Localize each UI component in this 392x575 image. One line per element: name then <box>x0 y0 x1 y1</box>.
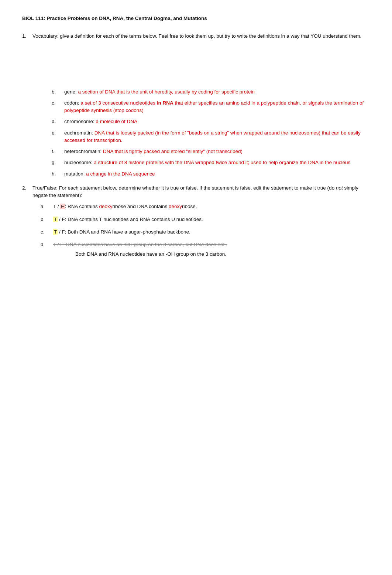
vocab-item-euchromatin: e. euchromatin: DNA that is loosely pack… <box>52 129 370 144</box>
vocab-list: b. gene: a section of DNA that is the un… <box>52 88 370 178</box>
vocab-label-d: d. <box>52 118 62 125</box>
tf-label-b: b. <box>41 216 51 223</box>
vocab-label-c: c. <box>52 99 62 107</box>
vocab-item-mutation: h. mutation: a change in the DNA sequenc… <box>52 170 370 178</box>
vocab-item-chromosome: d. chromosome: a molecule of DNA <box>52 118 370 125</box>
vocab-answer-gene: a section of DNA that is the unit of her… <box>78 89 255 95</box>
vocab-item-heterochromatin: f. heterochromatin: DNA that is tightly … <box>52 148 370 155</box>
tf-d-content: T / F: DNA nucleotides have an -OH group… <box>53 241 227 258</box>
question-1-text: Vocabulary: give a definition for each o… <box>32 33 361 40</box>
vocab-answer-mutation: a change in the DNA sequence <box>86 171 155 177</box>
question-2-text: True/False: For each statement below, de… <box>32 184 370 200</box>
vocab-term-chromosome: chromosome: a molecule of DNA <box>64 118 137 125</box>
tf-a-deoxy1: deoxy <box>99 204 113 209</box>
tf-c-t-highlight: T <box>53 229 58 235</box>
tf-a-f-highlight: F <box>60 204 65 209</box>
vocab-answer-euchromatin: DNA that is loosely packed (in the form … <box>64 130 361 143</box>
true-false-list: a. T / F: RNA contains deoxyribose and D… <box>41 203 370 258</box>
vocab-term-euchromatin: euchromatin: DNA that is loosely packed … <box>64 129 370 144</box>
question-2: 2. True/False: For each statement below,… <box>22 184 370 258</box>
page-title: BIOL 111: Practice Problems on DNA, RNA,… <box>22 15 370 22</box>
vocab-answer-heterochromatin: DNA that is tightly packed and stored "s… <box>103 149 243 154</box>
tf-d-strikethrough-block: T / F: DNA nucleotides have an -OH group… <box>53 241 227 248</box>
vocab-label-h: h. <box>52 170 62 178</box>
question-2-number: 2. <box>22 184 30 200</box>
question-1: 1. Vocabulary: give a definition for eac… <box>22 33 370 178</box>
vocab-item-gene: b. gene: a section of DNA that is the un… <box>52 88 370 96</box>
vocab-codon-bold: in RNA <box>157 100 173 106</box>
tf-item-c: c. T / F: Both DNA and RNA have a sugar-… <box>41 228 370 236</box>
tf-text-a: T / F: RNA contains deoxyribose and DNA … <box>53 203 197 210</box>
vocab-answer-chromosome: a molecule of DNA <box>96 119 138 124</box>
tf-item-a: a. T / F: RNA contains deoxyribose and D… <box>41 203 370 210</box>
question-1-header: 1. Vocabulary: give a definition for eac… <box>22 33 370 40</box>
vocab-label-b: b. <box>52 88 62 96</box>
vocab-label-g: g. <box>52 159 62 166</box>
tf-a-deoxy2: deoxy <box>169 204 182 209</box>
vocab-label-e: e. <box>52 129 62 137</box>
tf-label-d: d. <box>41 241 51 248</box>
tf-d-correction: Both DNA and RNA nucleotides have an -OH… <box>75 251 227 258</box>
vocab-answer-codon: a set of 3 consecutive nucleotides in RN… <box>64 100 364 113</box>
vocab-term-gene: gene: a section of DNA that is the unit … <box>64 88 255 96</box>
tf-item-b: b. T / F: DNA contains T nucleotides and… <box>41 216 370 223</box>
vocab-label-f: f. <box>52 148 62 155</box>
vocab-term-mutation: mutation: a change in the DNA sequence <box>64 170 155 178</box>
question-2-header: 2. True/False: For each statement below,… <box>22 184 370 200</box>
tf-text-c: T / F: Both DNA and RNA have a sugar-pho… <box>53 228 190 236</box>
tf-label-c: c. <box>41 228 51 236</box>
vocab-item-codon: c. codon: a set of 3 consecutive nucleot… <box>52 99 370 115</box>
vocab-answer-nucleosome: a structure of 8 histone proteins with t… <box>94 160 350 165</box>
tf-b-t-highlight: T <box>53 217 58 222</box>
tf-text-b: T / F: DNA contains T nucleotides and RN… <box>53 216 203 223</box>
vocab-term-codon: codon: a set of 3 consecutive nucleotide… <box>64 99 370 115</box>
vocab-term-heterochromatin: heterochromatin: DNA that is tightly pac… <box>64 148 243 155</box>
tf-item-d: d. T / F: DNA nucleotides have an -OH gr… <box>41 241 370 258</box>
vocab-item-nucleosome: g. nucleosome: a structure of 8 histone … <box>52 159 370 166</box>
question-1-number: 1. <box>22 33 30 40</box>
tf-label-a: a. <box>41 203 51 210</box>
not-italic: not <box>336 185 343 191</box>
tf-d-strikethrough: T / F: DNA nucleotides have an -OH group… <box>53 241 227 248</box>
vocab-term-nucleosome: nucleosome: a structure of 8 histone pro… <box>64 159 350 166</box>
